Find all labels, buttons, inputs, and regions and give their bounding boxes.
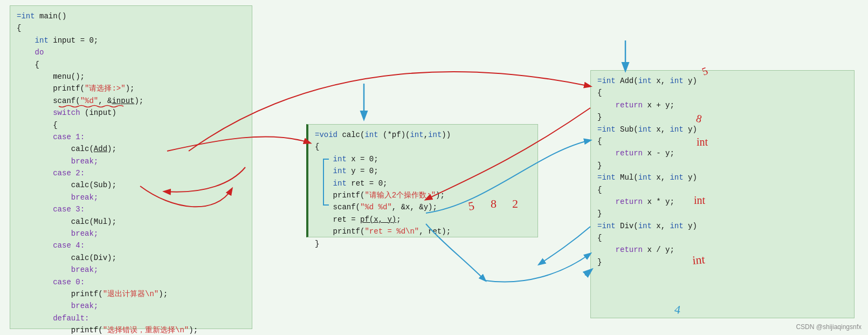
- code-line: default:: [17, 312, 245, 324]
- code-line: {: [17, 119, 245, 131]
- code-line: }: [597, 208, 848, 220]
- code-line: break;: [17, 300, 245, 312]
- code-line: {: [597, 184, 848, 196]
- code-line: {: [17, 22, 245, 34]
- center-code-panel: =void calc(int (*pf)(int,int)) { int x =…: [306, 124, 538, 237]
- code-line: {: [17, 59, 245, 71]
- code-line: break;: [17, 155, 245, 167]
- code-line: calc(Mul);: [17, 216, 245, 228]
- code-line: int y = 0;: [315, 165, 531, 177]
- code-line: case 0:: [17, 276, 245, 288]
- code-line: }: [597, 160, 848, 172]
- code-line: }: [597, 256, 848, 268]
- code-line: {: [597, 135, 848, 147]
- code-line: do: [17, 46, 245, 58]
- code-line: }: [597, 111, 848, 123]
- code-line: return x - y;: [597, 147, 848, 159]
- code-line: case 3:: [17, 203, 245, 215]
- code-line: =void calc(int (*pf)(int,int)): [315, 129, 531, 141]
- code-line: int ret = 0;: [315, 177, 531, 189]
- code-line: =int Mul(int x, int y): [597, 172, 848, 183]
- watermark: CSDN @shijiaqingsnfx: [796, 323, 862, 331]
- code-line: =int Add(int x, int y): [597, 75, 848, 87]
- code-line: =int Sub(int x, int y): [597, 124, 848, 135]
- code-line: {: [597, 87, 848, 99]
- code-line: printf("请输入2个操作数:");: [315, 189, 531, 201]
- code-line: case 4:: [17, 240, 245, 251]
- code-line: {: [315, 141, 531, 153]
- code-line: calc(Sub);: [17, 179, 245, 191]
- code-line: {: [597, 232, 848, 244]
- code-line: =int Div(int x, int y): [597, 220, 848, 232]
- code-line: printf("ret = %d\n", ret);: [315, 225, 531, 237]
- code-line: ret = pf(x, y);: [315, 214, 531, 225]
- code-line: printf("请选择:>");: [17, 83, 245, 94]
- left-code-panel: =int main() { int input = 0; do { menu()…: [10, 5, 252, 329]
- code-line: printf("退出计算器\n");: [17, 288, 245, 300]
- code-line: scanf("%d", &input);: [17, 95, 245, 107]
- code-line: return x * y;: [597, 196, 848, 208]
- code-line: int x = 0;: [315, 153, 531, 165]
- code-line: menu();: [17, 71, 245, 83]
- code-line: switch (input): [17, 107, 245, 119]
- code-line: calc(Div);: [17, 252, 245, 264]
- code-line: }: [315, 238, 531, 250]
- code-line: return x / y;: [597, 244, 848, 256]
- code-line: =int main(): [17, 10, 245, 22]
- right-code-panel: =int Add(int x, int y) { return x + y; }…: [590, 70, 855, 318]
- code-line: printf("选择错误，重新选择\n");: [17, 324, 245, 335]
- code-line: int input = 0;: [17, 35, 245, 46]
- code-line: break;: [17, 264, 245, 276]
- code-line: break;: [17, 192, 245, 203]
- code-line: case 1:: [17, 131, 245, 143]
- code-line: case 2:: [17, 167, 245, 179]
- code-line: break;: [17, 228, 245, 240]
- code-line: calc(Add);: [17, 143, 245, 155]
- code-line: scanf("%d %d", &x, &y);: [315, 201, 531, 213]
- code-line: return x + y;: [597, 99, 848, 111]
